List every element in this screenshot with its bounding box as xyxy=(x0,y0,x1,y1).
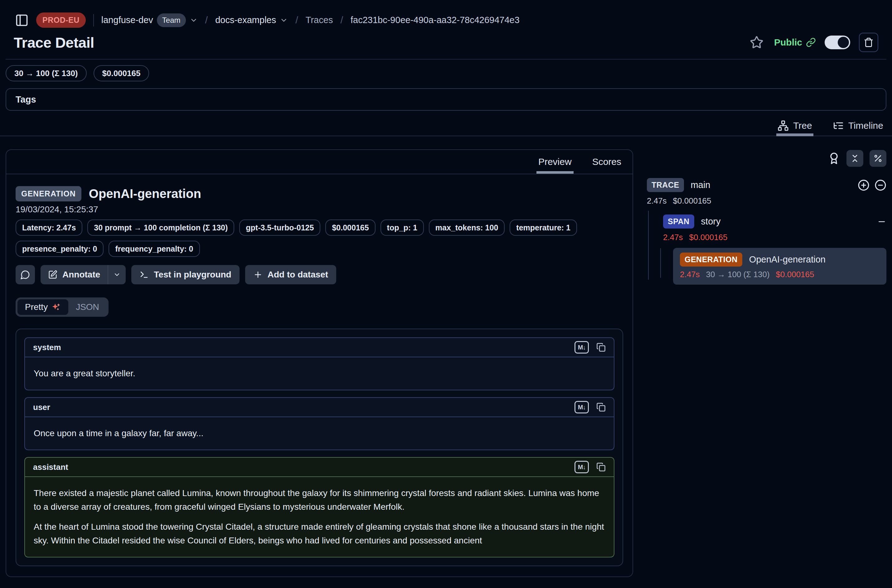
chevron-down-icon xyxy=(280,16,288,24)
breadcrumb-traces-link[interactable]: Traces xyxy=(306,15,333,25)
star-icon xyxy=(750,36,763,49)
org-switcher-button[interactable] xyxy=(190,16,198,24)
breadcrumb-trace-id: fac231bc-90ee-490a-aa32-78c4269474e3 xyxy=(351,15,520,25)
messages-container: system M↓ You are a great storyteller. xyxy=(16,328,623,566)
expand-all-button[interactable] xyxy=(858,179,869,191)
pretty-label: Pretty xyxy=(25,302,48,312)
scores-award-button[interactable] xyxy=(828,152,840,165)
message-role: system xyxy=(33,343,61,352)
format-json-option[interactable]: JSON xyxy=(68,299,107,315)
generation-latency: 2.47s xyxy=(680,270,700,279)
generation-type-badge: GENERATION xyxy=(680,252,742,267)
cost-badge[interactable]: $0.000165 xyxy=(325,219,375,236)
plus-icon xyxy=(253,270,263,279)
org-type-badge: Team xyxy=(157,14,186,27)
span-metrics: 2.47s $0.000165 xyxy=(660,232,886,242)
markdown-icon[interactable]: M↓ xyxy=(575,341,589,354)
plus-circle-icon xyxy=(858,179,869,191)
generation-metrics: 2.47s 30 → 100 (Σ 130) $0.000165 xyxy=(680,270,880,279)
tree-node-trace[interactable]: TRACE main xyxy=(644,178,886,192)
public-toggle[interactable] xyxy=(824,36,850,49)
trace-detail-page: PROD-EU langfuse-dev Team / docs-example… xyxy=(0,0,892,577)
title-row: Trace Detail Public xyxy=(14,33,878,52)
tree-guide-line xyxy=(648,211,649,280)
format-pretty-option[interactable]: Pretty xyxy=(18,299,68,315)
trace-type-badge: TRACE xyxy=(647,178,684,192)
token-usage-badge[interactable]: 30 → 100 (Σ 130) xyxy=(6,65,87,81)
message-content: Once upon a time in a galaxy far, far aw… xyxy=(25,417,614,450)
model-badge[interactable]: gpt-3.5-turbo-0125 xyxy=(239,219,320,236)
percent-icon xyxy=(873,154,883,163)
panel-left-icon xyxy=(15,14,29,27)
view-tabs: Tree Timeline xyxy=(0,120,892,136)
toggle-knob xyxy=(838,37,849,48)
delete-trace-button[interactable] xyxy=(859,33,878,52)
project-switcher-button[interactable] xyxy=(280,16,288,24)
tags-label: Tags xyxy=(16,94,36,105)
annotate-dropdown-button[interactable] xyxy=(108,265,126,284)
annotate-split-button: Annotate xyxy=(41,265,126,284)
tags-section[interactable]: Tags xyxy=(6,88,886,111)
observation-actions: Annotate Test in playground Add to data xyxy=(16,265,623,284)
trace-cost: $0.000165 xyxy=(673,196,712,206)
annotate-label: Annotate xyxy=(62,270,100,280)
collapse-all-button[interactable] xyxy=(847,150,863,167)
tab-scores[interactable]: Scores xyxy=(590,150,623,174)
test-in-playground-button[interactable]: Test in playground xyxy=(131,265,239,284)
breadcrumb-org[interactable]: langfuse-dev xyxy=(101,15,153,25)
trace-stats: 30 → 100 (Σ 130) $0.000165 xyxy=(6,65,886,81)
public-status: Public xyxy=(774,37,816,48)
link-icon[interactable] xyxy=(806,38,816,47)
trace-latency: 2.47s xyxy=(647,196,667,206)
edit-icon xyxy=(48,270,57,279)
minus-circle-icon xyxy=(874,179,886,191)
message-assistant: assistant M↓ There existed a majestic pl… xyxy=(24,457,614,558)
page-title: Trace Detail xyxy=(14,34,94,51)
collapse-icon xyxy=(850,154,860,163)
breadcrumb-separator: / xyxy=(340,15,343,26)
copy-icon[interactable] xyxy=(596,402,606,412)
annotate-button[interactable]: Annotate xyxy=(41,265,108,284)
message-role: assistant xyxy=(33,462,68,472)
sidebar-toggle-button[interactable] xyxy=(15,14,29,27)
breadcrumb-project[interactable]: docs-examples xyxy=(215,15,276,25)
message-role: user xyxy=(33,402,50,412)
collapse-all-nodes-button[interactable] xyxy=(874,179,886,191)
tab-timeline[interactable]: Timeline xyxy=(832,120,884,136)
tab-tree[interactable]: Tree xyxy=(776,120,813,136)
copy-icon[interactable] xyxy=(596,343,606,352)
copy-icon[interactable] xyxy=(596,462,606,472)
observation-header: GENERATION OpenAI-generation xyxy=(16,186,623,201)
public-label: Public xyxy=(774,37,802,48)
comment-button[interactable] xyxy=(16,265,35,284)
divider xyxy=(6,59,886,60)
tree-node-generation-selected[interactable]: GENERATION OpenAI-generation 2.47s 30 → … xyxy=(673,248,886,285)
bookmark-star-button[interactable] xyxy=(750,36,763,49)
breadcrumb-separator: / xyxy=(205,15,208,26)
add-to-dataset-button[interactable]: Add to dataset xyxy=(245,265,336,284)
token-usage-badge[interactable]: 30 prompt → 100 completion (Σ 130) xyxy=(87,219,234,236)
observation-timestamp: 19/03/2024, 15:25:37 xyxy=(16,204,623,214)
generation-usage: 30 → 100 (Σ 130) xyxy=(706,270,770,279)
chevron-down-icon xyxy=(113,271,121,278)
span-type-badge: SPAN xyxy=(663,214,694,228)
generation-name: OpenAI-generation xyxy=(749,254,826,265)
chevron-down-icon xyxy=(190,16,198,24)
presence-penalty-badge: presence_penalty: 0 xyxy=(16,241,104,257)
format-toggle: Pretty JSON xyxy=(16,297,108,317)
minus-icon xyxy=(877,217,886,226)
detail-tabs: Preview Scores xyxy=(6,150,632,174)
breadcrumb: PROD-EU langfuse-dev Team / docs-example… xyxy=(0,0,892,28)
markdown-icon[interactable]: M↓ xyxy=(575,401,589,413)
collapse-node-button[interactable] xyxy=(877,217,886,226)
trash-icon xyxy=(863,38,874,47)
tree-node-span[interactable]: SPAN story xyxy=(663,214,886,228)
cost-badge[interactable]: $0.000165 xyxy=(93,65,149,81)
copy-icon xyxy=(596,462,606,472)
metrics-percent-button[interactable] xyxy=(869,150,886,167)
markdown-icon[interactable]: M↓ xyxy=(575,461,589,473)
message-paragraph: At the heart of Lumina stood the towerin… xyxy=(34,520,605,548)
tab-preview[interactable]: Preview xyxy=(536,150,574,174)
top-p-badge: top_p: 1 xyxy=(380,219,424,236)
message-content: You are a great storyteller. xyxy=(25,357,614,390)
